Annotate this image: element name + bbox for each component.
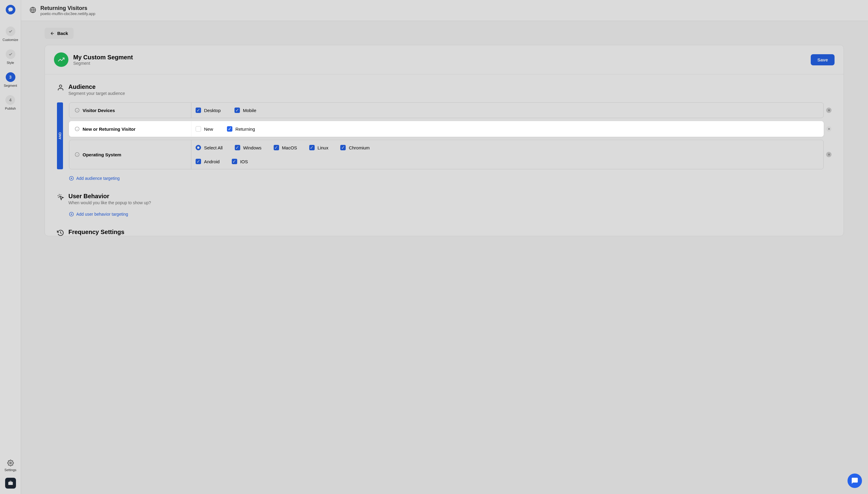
checkbox-macos[interactable]: ✓MacOS	[274, 145, 297, 150]
app-logo[interactable]	[6, 5, 15, 15]
gear-icon	[7, 460, 14, 466]
chat-fab-button[interactable]	[848, 474, 862, 488]
person-icon	[57, 83, 64, 91]
checkbox-chromium[interactable]: ✓Chromium	[340, 145, 370, 150]
cursor-click-icon	[57, 193, 64, 200]
rule-new-returning: New or Returning Visitor New ✓Returning …	[69, 121, 832, 137]
behavior-subtitle: When would you like the popup to show up…	[69, 200, 151, 205]
settings-button[interactable]: Settings	[4, 460, 17, 472]
segment-title: My Custom Segment	[73, 54, 133, 61]
nav-step-segment[interactable]: 3 Segment	[4, 72, 17, 87]
arrow-left-icon	[50, 31, 55, 36]
intercom-icon	[851, 477, 858, 484]
and-connector: AND	[57, 102, 63, 169]
remove-rule-button[interactable]: ✕	[826, 126, 832, 132]
nav-step-style[interactable]: Style	[6, 50, 15, 64]
checkbox-new[interactable]: New	[196, 126, 213, 132]
segment-subtitle: Segment	[73, 61, 133, 66]
sidebar: Customize Style 3 Segment 4 Publish Sett…	[0, 0, 21, 494]
nav-step-customize[interactable]: Customize	[3, 26, 18, 42]
topbar: Returning Visitors poetic-muffin-cbc3ee.…	[21, 0, 868, 21]
checkbox-windows[interactable]: ✓Windows	[235, 145, 262, 150]
checkbox-ios[interactable]: ✓IOS	[232, 159, 248, 164]
checkbox-mobile[interactable]: ✓Mobile	[235, 108, 256, 113]
briefcase-button[interactable]	[5, 478, 16, 489]
globe-icon	[30, 7, 36, 15]
radio-select-all[interactable]: Select All	[196, 145, 223, 150]
frequency-title: Frequency Settings	[69, 229, 125, 235]
briefcase-icon	[8, 480, 13, 486]
info-icon[interactable]	[75, 152, 79, 157]
behavior-title: User Behavior	[69, 193, 151, 200]
info-icon[interactable]	[75, 127, 79, 131]
save-button[interactable]: Save	[811, 54, 834, 65]
check-icon	[8, 29, 13, 34]
checkbox-linux[interactable]: ✓Linux	[309, 145, 329, 150]
history-icon	[57, 229, 64, 236]
rule-visitor-devices: Visitor Devices ✓Desktop ✓Mobile ✕	[69, 102, 832, 118]
plus-circle-icon	[69, 212, 74, 216]
audience-title: Audience	[69, 83, 125, 90]
plus-circle-icon	[69, 176, 74, 181]
remove-rule-button[interactable]: ✕	[826, 152, 832, 157]
page-title: Returning Visitors	[40, 5, 95, 12]
chat-bubble-icon	[8, 7, 13, 12]
remove-rule-button[interactable]: ✕	[826, 108, 832, 113]
back-button[interactable]: Back	[44, 28, 74, 39]
nav-step-publish[interactable]: 4 Publish	[5, 95, 16, 110]
checkbox-returning[interactable]: ✓Returning	[227, 126, 255, 132]
add-behavior-targeting-button[interactable]: Add user behavior targeting	[57, 212, 832, 216]
svg-point-0	[10, 462, 12, 464]
info-icon[interactable]	[75, 108, 79, 113]
page-subtitle: poetic-muffin-cbc3ee.netlify.app	[40, 12, 95, 16]
checkbox-android[interactable]: ✓Android	[196, 159, 220, 164]
rule-operating-system: Operating System Select All ✓Windows ✓Ma…	[69, 140, 832, 169]
add-audience-targeting-button[interactable]: Add audience targeting	[57, 176, 832, 181]
check-icon	[8, 52, 13, 56]
audience-subtitle: Segment your target audience	[69, 91, 125, 96]
svg-point-4	[59, 85, 62, 87]
trend-up-icon	[54, 52, 69, 67]
checkbox-desktop[interactable]: ✓Desktop	[196, 108, 221, 113]
